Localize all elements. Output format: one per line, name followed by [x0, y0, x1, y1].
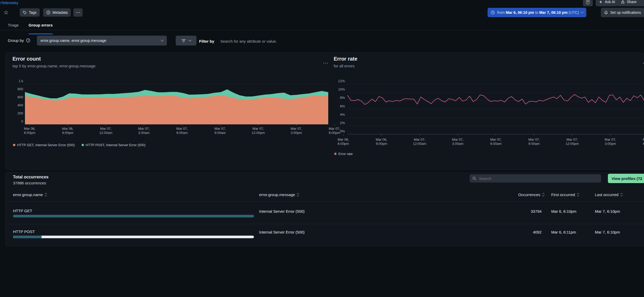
- tags-label: Tags: [29, 10, 37, 15]
- error-count-title: Error count: [12, 56, 41, 62]
- share-button[interactable]: Share: [618, 0, 644, 6]
- error-group-message-cell: Internal Server Error (500): [259, 230, 305, 234]
- column-header-label: error.group.message: [259, 192, 295, 197]
- legend-item[interactable]: HTTP GET, Internal Server Error (500): [13, 143, 75, 147]
- last-occurred-cell: Mar 7, 6:10pm: [595, 209, 620, 214]
- x-tick-label: Mar 06,9:00pm: [55, 127, 80, 135]
- info-icon[interactable]: [26, 38, 30, 43]
- view-profiles-button[interactable]: View profiles (72: [608, 174, 644, 183]
- tab-bar: TriageGroup errors: [8, 23, 53, 30]
- filter-by-label: Filter by: [199, 39, 214, 43]
- table-search-input[interactable]: [478, 176, 599, 181]
- divider: [5, 201, 644, 202]
- occurrences-panel: Total occurrences 37886 occurrences View…: [5, 172, 644, 246]
- column-header-error-group-message[interactable]: error.group.message: [259, 192, 299, 197]
- x-tick-label: Mar 06,6:00pm: [17, 127, 42, 135]
- x-tick-label: Mar 07,6:00am: [169, 127, 194, 135]
- first-occurred-cell: Mar 6, 6:10pm: [551, 209, 576, 214]
- y-tick-label: 0%: [327, 129, 345, 133]
- occurrence-bar-fill: [13, 236, 42, 238]
- bell-icon: [604, 10, 608, 15]
- x-tick-label: Mar 07,3:00am: [445, 138, 470, 146]
- tag-icon: [23, 11, 27, 15]
- last-occurred-cell: Mar 7, 6:10pm: [595, 230, 620, 234]
- total-occurrences-count: 37886 occurrences: [13, 181, 46, 185]
- x-tick-label: Mar 07,6:00pm: [636, 138, 644, 146]
- error-rate-subtitle: for all errors: [334, 64, 354, 68]
- y-tick-label: 4%: [327, 113, 345, 117]
- sort-icon: [620, 193, 623, 197]
- sort-icon: [577, 193, 580, 197]
- x-tick-label: Mar 07,12:00pm: [246, 127, 271, 135]
- x-tick-label: Mar 06,9:00pm: [369, 138, 394, 146]
- tags-button[interactable]: Tags: [20, 8, 40, 17]
- occurrence-bar-fill: [13, 215, 254, 217]
- column-header-last-occurred[interactable]: Last occurred: [595, 192, 623, 197]
- sparkle-icon: [599, 0, 603, 4]
- table-row[interactable]: HTTP GETInternal Server Error (500)33794…: [5, 203, 644, 224]
- x-tick-label: Mar 07,3:00pm: [284, 127, 309, 135]
- column-header-label: error.group.name: [13, 192, 43, 197]
- ask-ai-button[interactable]: Ask AI: [596, 0, 618, 6]
- time-range-text: from Mar 6, 06:10 pm to Mar 7, 06:10 pm …: [497, 10, 579, 15]
- table-row[interactable]: HTTP POSTInternal Server Error (500)4092…: [5, 224, 644, 245]
- help-icon: ?: [586, 0, 590, 4]
- group-by-select[interactable]: error.group.name, error.group.message: [37, 36, 167, 46]
- column-header-occurrences[interactable]: Occurrences: [518, 192, 545, 197]
- chevron-down-icon: [188, 38, 191, 41]
- x-tick-label: Mar 07,9:00am: [208, 127, 233, 135]
- legend-label: HTTP GET, Internal Server Error (500): [17, 143, 75, 147]
- help-button[interactable]: ?: [583, 0, 593, 6]
- first-occurred-cell: Mar 6, 6:11pm: [551, 230, 576, 234]
- column-header-label: Last occurred: [595, 192, 619, 197]
- y-tick-label: 6%: [327, 104, 345, 108]
- metadata-button[interactable]: Metadata: [43, 8, 71, 17]
- charts-panel: Error count top 5 by error.group.name, e…: [5, 53, 644, 170]
- tab-triage[interactable]: Triage: [8, 23, 19, 30]
- breadcrumb[interactable]: nTelemetry: [0, 1, 18, 5]
- column-header-first-occurred[interactable]: First occurred: [551, 192, 580, 197]
- clock-icon: [491, 10, 495, 15]
- x-tick-label: Mar 07,12:00am: [407, 138, 432, 146]
- legend-item[interactable]: HTTP POST, Internal Server Error (500): [82, 143, 146, 147]
- time-range-button[interactable]: from Mar 6, 06:10 pm to Mar 7, 06:10 pm …: [488, 8, 586, 17]
- saved-filters-button[interactable]: [176, 36, 196, 46]
- error-count-chart[interactable]: [25, 84, 328, 126]
- x-tick-label: Mar 07,6:00am: [483, 138, 508, 146]
- share-icon: [621, 0, 625, 4]
- error-count-subtitle: top 5 by error.group.name, error.group.m…: [12, 64, 95, 68]
- ask-ai-label: Ask AI: [605, 0, 615, 4]
- y-tick-label: 600: [5, 95, 23, 99]
- error-count-options-icon[interactable]: ⋯: [321, 60, 330, 66]
- share-label: Share: [627, 0, 636, 4]
- legend-item[interactable]: Error rate: [334, 152, 353, 156]
- group-by-control: Group by: [8, 38, 30, 43]
- y-tick-label: 0: [5, 119, 23, 123]
- group-by-selected-value: error.group.name, error.group.message: [41, 38, 161, 43]
- legend-swatch-icon: [334, 153, 337, 155]
- sort-icon: [44, 193, 47, 197]
- active-tab-underline: [29, 34, 53, 34]
- y-tick-label: 400: [5, 103, 23, 107]
- x-tick-label: Mar 06,6:00pm: [331, 138, 356, 146]
- y-tick-label: 2%: [327, 121, 345, 125]
- occurrence-bar: [13, 236, 254, 238]
- error-rate-legend: Error rate: [334, 152, 353, 156]
- y-tick-label: 12%: [327, 79, 345, 83]
- error-rate-title: Error rate: [334, 56, 357, 62]
- table-search-box: [470, 174, 601, 183]
- favorite-star-icon[interactable]: ☆: [4, 9, 9, 16]
- legend-swatch-icon: [82, 144, 84, 146]
- set-up-notifications-button[interactable]: Set up notifications: [601, 8, 644, 17]
- error-rate-chart[interactable]: [347, 84, 644, 138]
- error-rate-options-icon[interactable]: ⋯: [641, 60, 644, 66]
- column-header-error-group-name[interactable]: error.group.name: [13, 192, 47, 197]
- filter-input[interactable]: Search for any attribute or value.: [220, 39, 277, 43]
- group-by-label: Group by: [8, 38, 24, 43]
- tab-group-errors[interactable]: Group errors: [29, 23, 53, 30]
- set-up-notifications-label: Set up notifications: [610, 10, 641, 15]
- more-actions-button[interactable]: ⋯: [73, 8, 83, 17]
- x-tick-label: Mar 07,12:00am: [93, 127, 118, 135]
- occurrence-bar: [13, 215, 254, 217]
- search-icon: [472, 176, 476, 180]
